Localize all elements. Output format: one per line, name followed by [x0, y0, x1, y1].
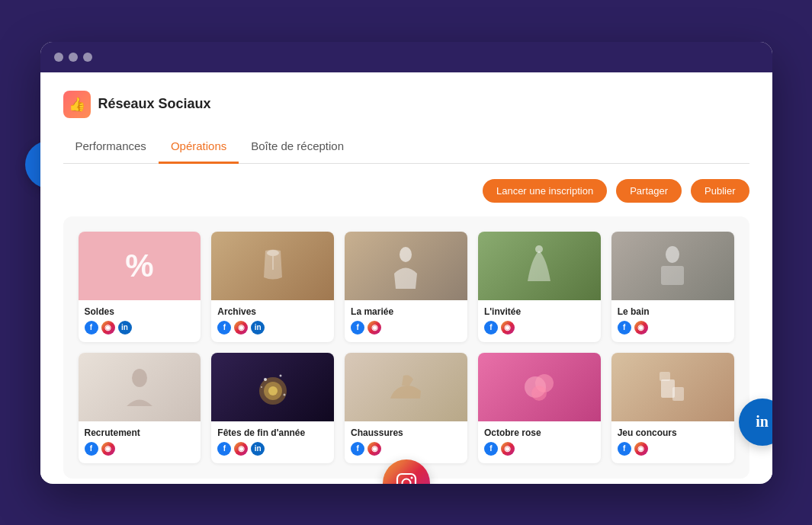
partager-button[interactable]: Partager [616, 179, 682, 203]
card-octobre-icons: f ◉ [484, 442, 595, 456]
app-logo-icon: 👍 [63, 91, 91, 118]
svg-point-21 [402, 479, 410, 484]
browser-titlebar [40, 42, 772, 72]
card-mariee-body: La mariée f ◉ [345, 300, 467, 342]
card-octobre-title: Octobre rose [484, 427, 595, 438]
svg-point-22 [410, 476, 412, 479]
card-octobre-image [478, 353, 601, 421]
card-bain-image [611, 232, 734, 300]
fb-icon: f [217, 321, 231, 335]
tab-operations[interactable]: Opérations [159, 132, 239, 164]
li-icon: in [251, 321, 265, 335]
svg-point-4 [666, 246, 679, 263]
card-fetes-title: Fêtes de fin d'année [217, 427, 328, 438]
ig-icon: ◉ [234, 442, 248, 456]
card-bain-title: Le bain [618, 306, 728, 317]
card-jeu-icons: f ◉ [618, 442, 728, 456]
svg-rect-18 [672, 387, 684, 401]
card-archives[interactable]: Archives f ◉ in [211, 232, 334, 342]
card-mariee[interactable]: La mariée f ◉ [345, 232, 467, 342]
tab-boite[interactable]: Boîte de réception [239, 132, 356, 164]
fb-icon: f [618, 442, 631, 456]
fb-icon: f [484, 321, 498, 335]
card-chaussures-title: Chaussures [351, 427, 461, 438]
svg-point-12 [261, 386, 262, 388]
svg-point-3 [535, 245, 543, 253]
card-bain-icons: f ◉ [618, 321, 728, 335]
ig-icon: ◉ [634, 321, 648, 335]
card-soldes-title: Soldes [85, 306, 195, 317]
svg-point-10 [264, 378, 267, 381]
card-invitee-title: L'invitée [484, 306, 595, 317]
card-invitee-icons: f ◉ [484, 321, 595, 335]
fb-icon: f [217, 442, 231, 456]
card-fetes[interactable]: Fêtes de fin d'année f ◉ in [211, 353, 334, 463]
card-jeu-image [611, 353, 734, 421]
card-jeu-title: Jeu concours [618, 427, 728, 438]
card-mariee-title: La mariée [351, 306, 461, 317]
svg-rect-5 [661, 266, 684, 285]
fb-icon: f [85, 321, 98, 335]
li-icon: in [118, 321, 132, 335]
svg-point-0 [267, 250, 279, 256]
card-fetes-body: Fêtes de fin d'année f ◉ in [211, 421, 334, 463]
card-invitee[interactable]: L'invitée f ◉ [478, 232, 601, 342]
card-invitee-image [478, 232, 601, 300]
ig-icon: ◉ [501, 321, 515, 335]
publier-button[interactable]: Publier [691, 179, 749, 203]
card-mariee-image [345, 232, 467, 300]
svg-point-2 [400, 247, 412, 262]
card-recrutement[interactable]: Recrutement f ◉ [79, 353, 201, 463]
card-fetes-icons: f ◉ in [217, 442, 328, 456]
fb-icon: f [85, 442, 98, 456]
card-soldes-body: Soldes f ◉ in [79, 300, 201, 342]
app-content: 👍 Réseaux Sociaux Performances Opération… [40, 72, 772, 479]
card-octobre-body: Octobre rose f ◉ [478, 421, 601, 463]
traffic-light-1 [54, 53, 63, 62]
svg-point-11 [279, 374, 281, 376]
card-chaussures-icons: f ◉ [351, 442, 461, 456]
svg-rect-19 [660, 372, 670, 381]
card-mariee-icons: f ◉ [351, 321, 461, 335]
li-icon: in [251, 442, 265, 456]
fb-icon: f [351, 442, 364, 456]
card-recrutement-icons: f ◉ [85, 442, 195, 456]
card-soldes-icons: f ◉ in [85, 321, 195, 335]
tab-performances[interactable]: Performances [63, 132, 159, 164]
grid-container: % Soldes f ◉ in [63, 216, 749, 479]
fb-icon: f [484, 442, 498, 456]
ig-icon: ◉ [101, 442, 115, 456]
svg-point-9 [268, 386, 278, 395]
card-recrutement-body: Recrutement f ◉ [79, 421, 201, 463]
ig-icon: ◉ [367, 442, 381, 456]
ig-icon: ◉ [234, 321, 248, 335]
app-header: 👍 Réseaux Sociaux [63, 91, 749, 118]
card-soldes-image: % [79, 232, 201, 300]
card-jeu-body: Jeu concours f ◉ [611, 421, 734, 463]
fb-icon: f [351, 321, 364, 335]
card-jeu[interactable]: Jeu concours f ◉ [611, 353, 734, 463]
ig-icon: ◉ [634, 442, 648, 456]
card-bain[interactable]: Le bain f ◉ [611, 232, 734, 342]
svg-point-6 [132, 369, 147, 387]
card-chaussures-body: Chaussures f ◉ [345, 421, 467, 463]
card-bain-body: Le bain f ◉ [611, 300, 734, 342]
card-archives-body: Archives f ◉ in [211, 300, 334, 342]
browser-window: 👍 Réseaux Sociaux Performances Opération… [40, 42, 772, 484]
traffic-light-2 [69, 53, 78, 62]
lancer-inscription-button[interactable]: Lancer une inscription [483, 179, 607, 203]
traffic-light-3 [83, 53, 92, 62]
ig-icon: ◉ [101, 321, 115, 335]
card-archives-title: Archives [217, 306, 328, 317]
card-soldes[interactable]: % Soldes f ◉ in [79, 232, 201, 342]
card-grid: % Soldes f ◉ in [79, 232, 734, 463]
toolbar: Lancer une inscription Partager Publier [63, 179, 749, 203]
card-fetes-image [211, 353, 334, 421]
ig-icon: ◉ [501, 442, 515, 456]
card-chaussures[interactable]: Chaussures f ◉ [345, 353, 467, 463]
svg-point-13 [283, 393, 285, 395]
card-octobre[interactable]: Octobre rose f ◉ [478, 353, 601, 463]
card-invitee-body: L'invitée f ◉ [478, 300, 601, 342]
svg-point-16 [531, 386, 547, 401]
nav-tabs: Performances Opérations Boîte de récepti… [63, 132, 749, 164]
